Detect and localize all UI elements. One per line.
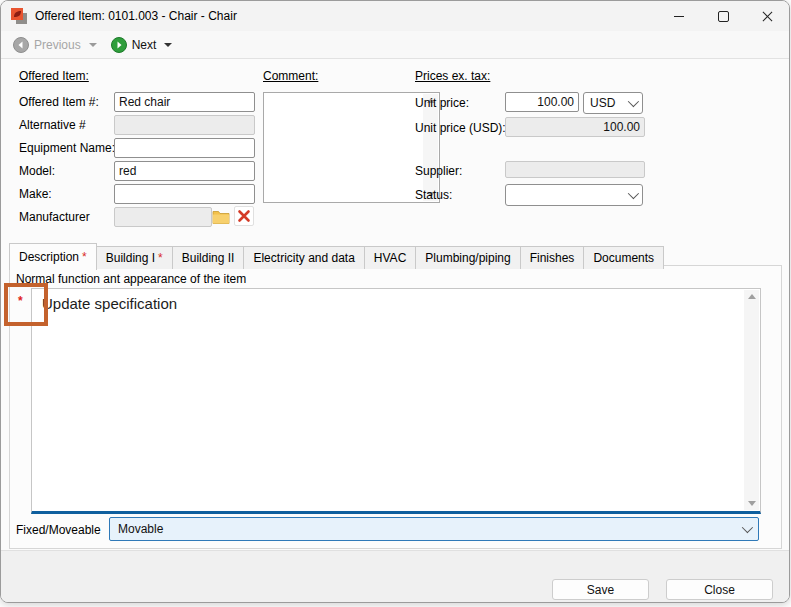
fixed-moveable-combo[interactable]: Movable xyxy=(109,517,759,541)
offered-item-number-input[interactable] xyxy=(114,92,255,112)
tab-finishes[interactable]: Finishes xyxy=(520,246,585,269)
model-input[interactable] xyxy=(114,161,255,181)
window-controls xyxy=(657,1,789,31)
next-dropdown-icon[interactable] xyxy=(164,43,172,47)
title-bar: Offered Item: 0101.003 - Chair - Chair xyxy=(1,1,789,31)
close-icon xyxy=(762,11,773,22)
previous-dropdown-icon[interactable] xyxy=(89,43,97,47)
specification-textarea[interactable]: Update specification xyxy=(31,288,761,514)
tab-building-2[interactable]: Building II xyxy=(172,246,245,269)
field-label-equipment-name: Equipment Name: xyxy=(19,141,115,155)
chevron-down-icon xyxy=(628,188,639,199)
tab-building-1[interactable]: Building I* xyxy=(96,246,173,269)
footer-bar: Save Close xyxy=(1,550,789,602)
previous-button[interactable]: Previous xyxy=(13,37,97,53)
make-input[interactable] xyxy=(114,184,255,204)
section-header-comment: Comment: xyxy=(263,69,318,83)
manufacturer-browse-button[interactable] xyxy=(211,206,231,226)
maximize-button[interactable] xyxy=(701,1,745,31)
tab-plumbing-piping[interactable]: Plumbing/piping xyxy=(415,246,520,269)
field-label-supplier: Supplier: xyxy=(415,164,462,178)
required-marker: * xyxy=(158,251,163,265)
next-button[interactable]: Next xyxy=(111,37,173,53)
next-icon xyxy=(111,37,127,53)
currency-value: USD xyxy=(590,96,615,110)
folder-icon xyxy=(212,209,230,224)
section-header-offered-item: Offered Item: xyxy=(19,69,89,83)
field-label-make: Make: xyxy=(19,187,52,201)
fixed-moveable-label: Fixed/Moveable xyxy=(16,523,101,537)
section-header-prices: Prices ex. tax: xyxy=(415,69,490,83)
manufacturer-clear-button[interactable] xyxy=(234,206,254,226)
alternative-number-input xyxy=(114,115,255,135)
minimize-button[interactable] xyxy=(657,1,701,31)
field-label-manufacturer: Manufacturer xyxy=(19,210,90,224)
field-label-status: Status: xyxy=(415,188,452,202)
close-button[interactable] xyxy=(745,1,789,31)
supplier-input xyxy=(505,161,645,178)
previous-label: Previous xyxy=(34,38,81,52)
screen: Offered Item: 0101.003 - Chair - Chair P… xyxy=(0,0,791,607)
field-label-alternative-number: Alternative # xyxy=(19,118,86,132)
unit-price-usd-input xyxy=(505,117,645,137)
equipment-name-input[interactable] xyxy=(114,138,255,158)
tab-strip: Description* Building I* Building II Ele… xyxy=(9,243,663,269)
window-title: Offered Item: 0101.003 - Chair - Chair xyxy=(35,9,237,23)
field-label-unit-price-usd: Unit price (USD): xyxy=(415,121,506,135)
required-marker: * xyxy=(82,250,87,264)
scroll-up-icon[interactable] xyxy=(748,294,756,299)
comment-scrollbar[interactable] xyxy=(423,94,438,201)
tab-documents[interactable]: Documents xyxy=(583,246,664,269)
status-combo[interactable] xyxy=(505,184,643,206)
comment-textarea[interactable] xyxy=(263,92,440,203)
minimize-icon xyxy=(674,16,684,17)
tab-description[interactable]: Description* xyxy=(9,243,97,270)
field-label-unit-price: Unit price: xyxy=(415,96,469,110)
field-label-offered-item-number: Offered Item #: xyxy=(19,95,99,109)
close-dialog-button[interactable]: Close xyxy=(666,579,773,600)
chevron-down-icon xyxy=(742,522,753,533)
manufacturer-input xyxy=(114,207,212,227)
field-label-model: Model: xyxy=(19,164,55,178)
chevron-down-icon xyxy=(628,96,639,107)
currency-combo[interactable]: USD xyxy=(583,92,643,114)
specification-text: Update specification xyxy=(42,295,736,312)
next-label: Next xyxy=(132,38,157,52)
toolbar: Previous Next xyxy=(1,31,789,59)
specification-scrollbar[interactable] xyxy=(744,290,759,510)
scroll-down-icon[interactable] xyxy=(748,501,756,506)
offered-item-dialog: Offered Item: 0101.003 - Chair - Chair P… xyxy=(0,0,790,603)
tab-electricity-and-data[interactable]: Electricity and data xyxy=(243,246,364,269)
delete-x-icon xyxy=(237,209,251,223)
specification-field-label: Normal function ant appearance of the it… xyxy=(16,272,246,286)
maximize-icon xyxy=(718,11,729,22)
tab-hvac[interactable]: HVAC xyxy=(364,246,416,269)
app-icon xyxy=(11,8,27,24)
previous-icon xyxy=(13,37,29,53)
unit-price-input[interactable] xyxy=(505,92,579,112)
save-button[interactable]: Save xyxy=(552,579,649,600)
required-marker: * xyxy=(18,294,23,308)
fixed-moveable-value: Movable xyxy=(118,522,163,536)
